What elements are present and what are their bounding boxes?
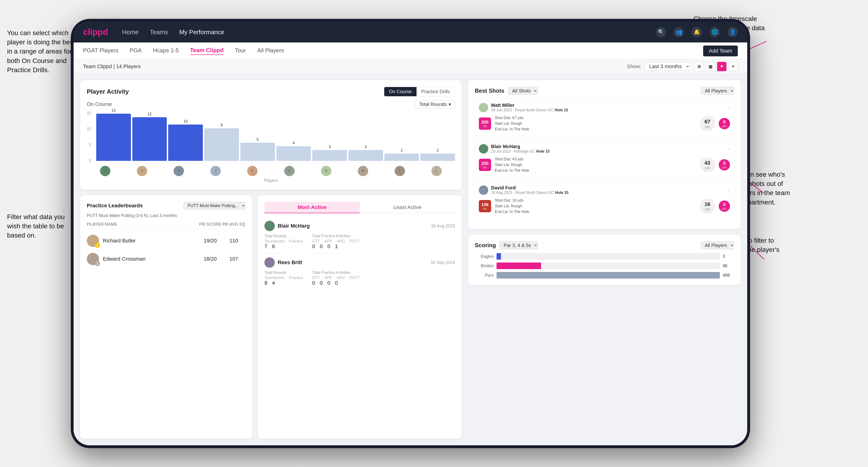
nav-item-teams[interactable]: Teams <box>150 29 168 36</box>
birdies-label: Birdies <box>475 263 494 269</box>
least-active-tab[interactable]: Least Active <box>360 202 455 213</box>
bar-group: 2 <box>420 148 455 161</box>
add-team-button[interactable]: Add Team <box>703 45 738 56</box>
player-activity-card: Player Activity On Course Practice Drill… <box>80 80 462 190</box>
practice-title: Practice Leaderboards <box>87 203 143 209</box>
lb-pb-avg-2: 107 <box>222 256 246 262</box>
heart-view-btn[interactable]: ♥ <box>717 62 726 71</box>
score-row-eagles: Eagles 3 <box>475 253 734 260</box>
shot-card-1: Matt Miller 09 Jun 2023 · Royal North De… <box>475 99 734 136</box>
most-active-tab[interactable]: Most Active <box>265 202 360 213</box>
chart-avatar: B <box>100 166 111 176</box>
score-row-birdies: Birdies 96 <box>475 262 734 269</box>
tablet-device: clippd Home Teams My Performance 🔍 👥 🔔 🌐… <box>71 19 750 448</box>
shot-info-2: Shot Dist: 43 yds Start Lie: Rough End L… <box>495 156 696 173</box>
shot-player-row-1: Matt Miller 09 Jun 2023 · Royal North De… <box>479 102 730 112</box>
view-icons: ⊞ ▦ ♥ ≡ <box>694 62 738 71</box>
ap-date-2: 02 Sep 2023 <box>431 260 455 265</box>
active-player-1: Blair McHarg 26 Aug 2023 Total Rounds To… <box>265 217 455 253</box>
notifications-icon-btn[interactable]: 🔔 <box>691 27 702 37</box>
grid2-view-btn[interactable]: ▦ <box>706 62 715 71</box>
settings-view-btn[interactable]: ≡ <box>728 62 738 71</box>
globe-icon-btn[interactable]: 🌐 <box>710 27 720 37</box>
nav-item-my-performance[interactable]: My Performance <box>179 29 224 36</box>
players-dropdown[interactable]: All Players <box>701 87 734 95</box>
grid4-view-btn[interactable]: ⊞ <box>694 62 704 71</box>
subnav-pga[interactable]: PGA <box>130 47 142 55</box>
ap-arg-1: 0 <box>328 243 330 250</box>
ap-gtt-2: 0 <box>312 280 315 286</box>
lb-avatar-2: 2 <box>87 253 99 265</box>
search-icon-btn[interactable]: 🔍 <box>656 27 666 37</box>
best-shots-title: Best Shots <box>475 88 504 94</box>
eagles-bar-container <box>497 253 720 260</box>
bar-group: 4 <box>276 141 311 161</box>
ap-putt-1: 1 <box>335 243 338 250</box>
chart-avatar: M <box>358 166 368 176</box>
scoring-chart: Eagles 3 Birdies 96 <box>475 253 734 279</box>
activity-toggle-group: On Course Practice Drills <box>384 87 455 96</box>
on-course-label: On Course <box>87 101 112 107</box>
practice-drills-toggle[interactable]: Practice Drills <box>416 87 455 96</box>
pars-label: Pars <box>475 273 494 278</box>
eagles-val: 3 <box>723 254 734 259</box>
ap-stats-row-2: Total Rounds Tournament Practice 8 4 <box>265 271 455 286</box>
most-active-card: Most Active Least Active Blair McHarg 26… <box>258 195 462 439</box>
chart-avatar: D <box>174 166 184 176</box>
lb-pb-score-2: 18/20 <box>198 256 222 262</box>
birdies-bar <box>497 262 541 269</box>
shot-end-badge-2: 0 yds <box>719 159 730 170</box>
leaderboard-header: PLAYER NAME PB SCORE PB AVG SQ <box>87 222 246 229</box>
shot-info-1: Shot Dist: 67 yds Start Lie: Rough End L… <box>495 115 696 132</box>
ap-name-1: Blair McHarg <box>278 223 431 229</box>
lb-player-name-1: Richard Butler <box>103 238 198 244</box>
scoring-title: Scoring <box>475 242 496 249</box>
subnav-all-players[interactable]: All Players <box>257 47 284 55</box>
ap-name-2: Rees Britt <box>278 259 431 266</box>
total-rounds-dropdown[interactable]: Total Rounds ▾ <box>415 100 455 108</box>
practice-header: Practice Leaderboards PUTT Must Make Put… <box>87 202 246 210</box>
shot-avatar-2 <box>479 144 488 154</box>
chart-avatar: A <box>137 166 147 176</box>
tablet-screen: clippd Home Teams My Performance 🔍 👥 🔔 🌐… <box>73 22 747 445</box>
subnav-pgat[interactable]: PGAT Players <box>83 47 118 55</box>
show-dropdown[interactable]: Last 3 months <box>644 62 690 71</box>
ap-avatar-1 <box>265 221 275 231</box>
scoring-players-dropdown[interactable]: All Players <box>701 241 734 249</box>
profile-icon-btn[interactable]: 👤 <box>727 27 738 37</box>
shots-type-dropdown[interactable]: All Shots <box>508 87 537 95</box>
left-column: Player Activity On Course Practice Drill… <box>80 80 462 439</box>
nav-logo: clippd <box>83 27 108 37</box>
ap-practice-2: 4 <box>272 280 275 286</box>
chart-avatar: E <box>395 166 405 176</box>
ap-putt-2: 0 <box>335 280 338 286</box>
main-content: Player Activity On Course Practice Drill… <box>73 73 747 445</box>
shot-end-badge-3: 0 yds <box>719 200 730 212</box>
lb-avatar-1: 1 <box>87 235 99 247</box>
users-icon-btn[interactable]: 👥 <box>674 27 684 37</box>
shot-player-name-2: Blair McHarg <box>491 144 550 149</box>
subnav-hcaps[interactable]: Hcaps 1-5 <box>153 47 179 55</box>
shot-score-badge-3: 198 SG <box>479 200 491 212</box>
ap-app-1: 0 <box>320 243 323 250</box>
rank-badge-1: 1 <box>95 243 100 248</box>
shot-chevron-1[interactable]: › <box>728 104 730 111</box>
chart-avatar: O <box>284 166 294 176</box>
practice-dropdown[interactable]: PUTT Must Make Putting... <box>184 202 246 210</box>
practice-subtitle: PUTT Must Make Putting (3-6 ft), Last 3 … <box>87 213 246 218</box>
shot-chevron-2[interactable]: › <box>728 146 730 152</box>
scoring-dropdown[interactable]: Par 3, 4 & 5s <box>500 241 538 249</box>
ap-header-2: Rees Britt 02 Sep 2023 <box>265 257 455 268</box>
shot-chevron-3[interactable]: › <box>728 187 730 193</box>
on-course-toggle[interactable]: On Course <box>384 87 416 96</box>
shot-player-detail-3: 24 Aug 2023 · Royal North Devon GC Hole … <box>491 191 568 195</box>
subnav-team-clippd[interactable]: Team Clippd <box>190 47 224 55</box>
shot-dist-badge-3: 16 yds <box>700 198 715 214</box>
chart-section-header: On Course Total Rounds ▾ <box>87 100 455 108</box>
shot-score-badge-2: 200 SG <box>479 159 491 171</box>
shot-info-3: Shot Dist: 16 yds Start Lie: Rough End L… <box>495 198 696 215</box>
nav-item-home[interactable]: Home <box>122 29 138 36</box>
subnav-tour[interactable]: Tour <box>235 47 246 55</box>
show-label: Show: <box>627 63 641 69</box>
shot-details-row-3: 198 SG Shot Dist: 16 yds Start Lie: Roug… <box>479 198 730 215</box>
